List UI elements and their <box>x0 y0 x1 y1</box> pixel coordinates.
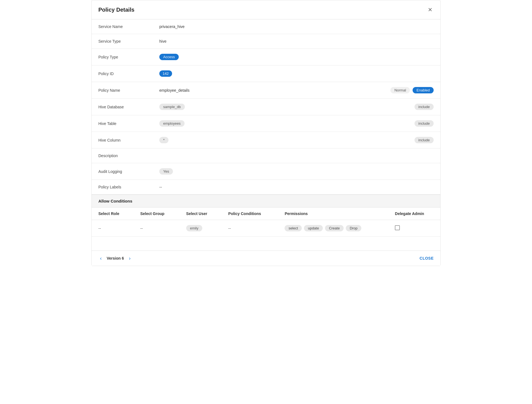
description-value <box>153 149 440 163</box>
description-row: Description <box>92 149 440 163</box>
row-select-user: emily <box>180 220 222 237</box>
policy-name-value: employee_details <box>159 88 190 93</box>
hive-database-value: sample_db <box>159 104 185 110</box>
hive-column-row: Hive Column * include <box>92 132 440 149</box>
hive-table-label: Hive Table <box>92 115 153 132</box>
policy-name-row-content: employee_details Normal Enabled <box>159 87 434 93</box>
hive-table-row-content: employees include <box>159 120 434 127</box>
hive-database-include-badge: include <box>415 104 434 110</box>
hive-column-row-content: * include <box>159 137 434 143</box>
col-select-user: Select User <box>180 208 222 220</box>
version-label: Version 6 <box>107 256 124 260</box>
row-delegate-admin <box>388 220 440 237</box>
hive-database-label: Hive Database <box>92 99 153 115</box>
allow-conditions-header-row: Select Role Select Group Select User Pol… <box>92 208 440 220</box>
row-policy-conditions: -- <box>222 220 278 237</box>
audit-logging-row: Audit Logging Yes <box>92 163 440 180</box>
dialog-footer: ‹ Version 6 › CLOSE <box>92 250 440 266</box>
row-select-role: -- <box>92 220 134 237</box>
service-name-label: Service Name <box>92 19 153 34</box>
audit-logging-label: Audit Logging <box>92 163 153 180</box>
policy-name-badges: Normal Enabled <box>390 87 434 93</box>
policy-type-row: Policy Type Access <box>92 49 440 65</box>
col-permissions: Permissions <box>278 208 388 220</box>
allow-conditions-header: Allow Conditions <box>92 195 440 208</box>
allow-conditions-table: Select Role Select Group Select User Pol… <box>92 208 440 237</box>
dialog-body: Service Name privacera_hive Service Type… <box>92 19 440 250</box>
audit-logging-value: Yes <box>159 168 173 175</box>
hive-column-label: Hive Column <box>92 132 153 149</box>
close-button[interactable]: CLOSE <box>420 256 434 260</box>
policy-name-label: Policy Name <box>92 82 153 99</box>
col-select-group: Select Group <box>134 208 179 220</box>
description-label: Description <box>92 149 153 163</box>
delegate-admin-checkbox[interactable] <box>395 225 400 230</box>
col-delegate-admin: Delegate Admin <box>388 208 440 220</box>
hive-table-value: employees <box>159 120 185 127</box>
prev-version-button[interactable]: ‹ <box>98 255 103 261</box>
hive-table-row: Hive Table employees include <box>92 115 440 132</box>
hive-database-row: Hive Database sample_db include <box>92 99 440 115</box>
detail-table: Service Name privacera_hive Service Type… <box>92 19 440 195</box>
hive-database-row-content: sample_db include <box>159 104 434 110</box>
policy-id-label: Policy ID <box>92 65 153 82</box>
version-nav: ‹ Version 6 › <box>98 255 132 261</box>
normal-badge: Normal <box>390 87 410 93</box>
policy-id-row: Policy ID 142 <box>92 65 440 82</box>
permission-badge: select <box>285 225 302 231</box>
col-select-role: Select Role <box>92 208 134 220</box>
hive-column-value: * <box>159 137 168 143</box>
policy-details-dialog: Policy Details ✕ Service Name privacera_… <box>91 0 441 266</box>
policy-labels-value: -- <box>153 180 440 195</box>
next-version-button[interactable]: › <box>127 255 132 261</box>
permission-badge: Drop <box>346 225 361 231</box>
close-icon-button[interactable]: ✕ <box>427 6 434 14</box>
table-row: ----emily--selectupdateCreateDrop <box>92 220 440 237</box>
policy-labels-row: Policy Labels -- <box>92 180 440 195</box>
service-type-row: Service Type hive <box>92 34 440 49</box>
policy-labels-label: Policy Labels <box>92 180 153 195</box>
service-name-value: privacera_hive <box>153 19 440 34</box>
hive-table-include-badge: include <box>415 120 434 127</box>
col-policy-conditions: Policy Conditions <box>222 208 278 220</box>
policy-id-badge: 142 <box>159 70 172 77</box>
policy-name-row: Policy Name employee_details Normal Enab… <box>92 82 440 99</box>
dialog-title: Policy Details <box>98 7 134 13</box>
service-name-row: Service Name privacera_hive <box>92 19 440 34</box>
permission-badge: update <box>304 225 323 231</box>
enabled-badge: Enabled <box>413 87 434 93</box>
row-select-group: -- <box>134 220 179 237</box>
hive-column-include-badge: include <box>415 137 434 143</box>
permission-badge: Create <box>325 225 344 231</box>
policy-type-label: Policy Type <box>92 49 153 65</box>
policy-type-badge: Access <box>159 54 179 60</box>
service-type-value: hive <box>153 34 440 49</box>
dialog-header: Policy Details ✕ <box>92 0 440 19</box>
row-permissions: selectupdateCreateDrop <box>278 220 388 237</box>
service-type-label: Service Type <box>92 34 153 49</box>
